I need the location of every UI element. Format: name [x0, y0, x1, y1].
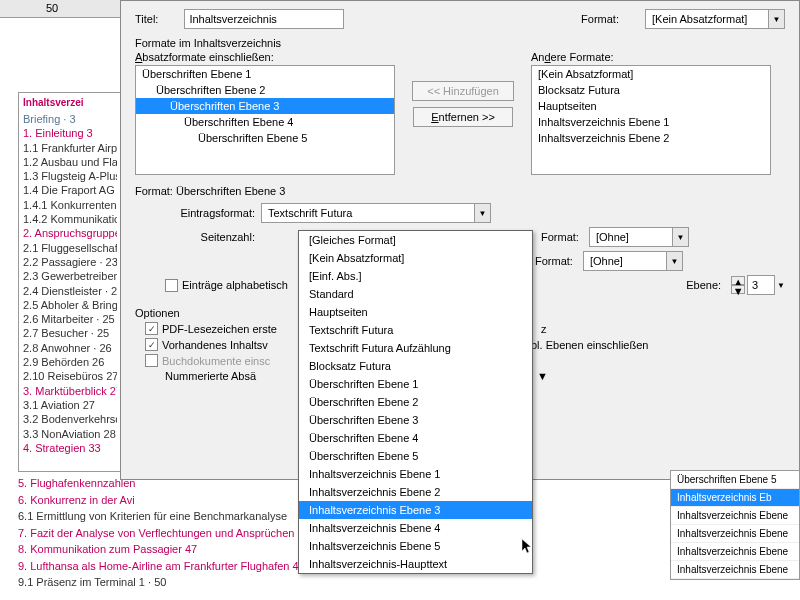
format-label: Format: — [581, 13, 619, 25]
eintragsformat-dropdown-list[interactable]: [Gleiches Format][Kein Absatzformat][Ein… — [298, 230, 533, 574]
vorhanden-label: Vorhandenes Inhaltsv — [162, 339, 268, 351]
preview-line: 1.4 Die Fraport AG Frank — [23, 183, 117, 197]
preview-line: 2. Anspruchsgruppen/St — [23, 226, 117, 240]
paragraph-styles-panel[interactable]: Überschriften Ebene 5Inhaltsverzeichnis … — [670, 470, 800, 580]
preview-line: 2.2 Passagiere · 23 — [23, 255, 117, 269]
style-panel-item[interactable]: Inhaltsverzeichnis Ebene — [671, 543, 799, 561]
nummerierte-label: Nummerierte Absä — [165, 370, 256, 382]
preview-line: 9.1 Präsenz im Terminal 1 · 50 — [18, 574, 379, 591]
style-panel-item[interactable]: Inhaltsverzeichnis Ebene — [671, 561, 799, 579]
andere-listbox[interactable]: [Kein Absatzformat]Blocksatz FuturaHaupt… — [531, 65, 771, 175]
dropdown-option[interactable]: Überschriften Ebene 2 — [299, 393, 532, 411]
dropdown-option[interactable]: Inhaltsverzeichnis Ebene 4 — [299, 519, 532, 537]
list-item[interactable]: [Kein Absatzformat] — [532, 66, 770, 82]
preview-line: Briefing · 3 — [23, 112, 117, 126]
ebene-down-button[interactable]: ▼ — [731, 285, 745, 294]
dropdown-option[interactable]: Inhaltsverzeichnis Ebene 3 — [299, 501, 532, 519]
list-item[interactable]: Inhaltsverzeichnis Ebene 2 — [532, 130, 770, 146]
alpha-label: Einträge alphabetisch — [182, 279, 288, 291]
eintragsformat-dropdown[interactable]: Textschrift Futura ▼ — [261, 203, 491, 223]
preview-line: 1.4.1 Konkurrenten · 8 — [23, 198, 117, 212]
preview-line: 3.2 Bodenverkehrsdienst — [23, 412, 117, 426]
format1-dropdown[interactable]: [Ohne] ▼ — [589, 227, 689, 247]
dropdown-option[interactable]: Blocksatz Futura — [299, 357, 532, 375]
ebene-input[interactable] — [747, 275, 775, 295]
dropdown-option[interactable]: Überschriften Ebene 4 — [299, 429, 532, 447]
dropdown-option[interactable]: Inhaltsverzeichnis Ebene 2 — [299, 483, 532, 501]
z-suffix-label: z — [541, 323, 547, 335]
style-panel-item[interactable]: Inhaltsverzeichnis Eb — [671, 489, 799, 507]
pdf-checkbox[interactable]: ✓ — [145, 322, 158, 335]
list-item[interactable]: Hauptseiten — [532, 98, 770, 114]
list-item[interactable]: Überschriften Ebene 1 — [136, 66, 394, 82]
buch-label: Buchdokumente einsc — [162, 355, 270, 367]
preview-line: 2.5 Abholer & Bringer — [23, 298, 117, 312]
dropdown-option[interactable]: Inhaltsverzeichnis-Haupttext — [299, 555, 532, 573]
chevron-down-icon: ▼ — [672, 228, 688, 246]
absatzformate-label: Absatzformate einschließen: — [135, 51, 395, 63]
format2-label: Format: — [535, 255, 573, 267]
list-item[interactable]: Überschriften Ebene 3 — [136, 98, 394, 114]
preview-line: 2.8 Anwohner · 26 — [23, 341, 117, 355]
list-item[interactable]: Überschriften Ebene 4 — [136, 114, 394, 130]
style-panel-item[interactable]: Inhaltsverzeichnis Ebene — [671, 507, 799, 525]
dropdown-option[interactable]: [Einf. Abs.] — [299, 267, 532, 285]
ruler-mark: 50 — [46, 2, 58, 14]
chevron-down-icon: ▼ — [666, 252, 682, 270]
style-panel-item[interactable]: Überschriften Ebene 5 — [671, 471, 799, 489]
preview-line: 2.6 Mitarbeiter · 25 — [23, 312, 117, 326]
list-item[interactable]: Blocksatz Futura — [532, 82, 770, 98]
dropdown-option[interactable]: Textschrift Futura Aufzählung — [299, 339, 532, 357]
preview-line: 2.3 Gewerbetreibende — [23, 269, 117, 283]
eintragsformat-label: Eintragsformat: — [135, 207, 255, 219]
seitenzahl-label: Seitenzahl: — [135, 231, 255, 243]
preview-line: 2.7 Besucher · 25 — [23, 326, 117, 340]
ebene-label: Ebene: — [686, 279, 721, 291]
titel-input[interactable] — [184, 9, 344, 29]
titel-label: Titel: — [135, 13, 158, 25]
dropdown-option[interactable]: Textschrift Futura — [299, 321, 532, 339]
dropdown-option[interactable]: Überschriften Ebene 3 — [299, 411, 532, 429]
alpha-checkbox[interactable] — [165, 279, 178, 292]
dropdown-option[interactable]: Überschriften Ebene 1 — [299, 375, 532, 393]
format-section-header: Format: Überschriften Ebene 3 — [135, 185, 785, 197]
dropdown-option[interactable]: Inhaltsverzeichnis Ebene 1 — [299, 465, 532, 483]
preview-line: 1. Einleitung 3 — [23, 126, 117, 140]
style-panel-item[interactable]: Inhaltsverzeichnis Ebene — [671, 525, 799, 543]
vorhanden-checkbox[interactable]: ✓ — [145, 338, 158, 351]
add-button[interactable]: << Hinzufügen — [412, 81, 514, 101]
chevron-down-icon[interactable]: ▼ — [777, 281, 785, 290]
preview-line: 3. Marktüberblick 27 — [23, 384, 117, 398]
dropdown-option[interactable]: Überschriften Ebene 5 — [299, 447, 532, 465]
buch-checkbox — [145, 354, 158, 367]
list-item[interactable]: Überschriften Ebene 2 — [136, 82, 394, 98]
dropdown-option[interactable]: Hauptseiten — [299, 303, 532, 321]
preview-line: 1.2 Ausbau und Flatzprob — [23, 155, 117, 169]
preview-line: 3.3 NonAviation 28 — [23, 427, 117, 441]
chevron-down-icon: ▼ — [768, 10, 784, 28]
dropdown-option[interactable]: [Kein Absatzformat] — [299, 249, 532, 267]
list-item[interactable]: Überschriften Ebene 5 — [136, 130, 394, 146]
format2-dropdown[interactable]: [Ohne] ▼ — [583, 251, 683, 271]
list-item[interactable]: Inhaltsverzeichnis Ebene 1 — [532, 114, 770, 130]
format-dropdown[interactable]: [Kein Absatzformat] ▼ — [645, 9, 785, 29]
preview-line: 4. Strategien 33 — [23, 441, 117, 455]
document-preview: Inhaltsverzei Briefing · 31. Einleitung … — [18, 92, 122, 472]
ausgebl-label: bl. Ebenen einschließen — [531, 339, 648, 351]
preview-line: 1.3 Flugsteig A-Plus · 5 — [23, 169, 117, 183]
preview-line: 1.4.2 Kommunikation Fra — [23, 212, 117, 226]
section-formate-im: Formate im Inhaltsverzeichnis — [135, 37, 785, 49]
dropdown-option[interactable]: Standard — [299, 285, 532, 303]
ebene-up-button[interactable]: ▲ — [731, 276, 745, 285]
andere-formate-label: Andere Formate: — [531, 51, 771, 63]
dropdown-option[interactable]: [Gleiches Format] — [299, 231, 532, 249]
preview-title: Inhaltsverzei — [23, 97, 117, 108]
chevron-down-icon[interactable]: ▼ — [537, 370, 548, 382]
preview-line: 2.9 Behörden 26 — [23, 355, 117, 369]
preview-line: 2.10 Reisebüros 27 — [23, 369, 117, 383]
preview-line: 1.1 Frankfurter Airport — [23, 141, 117, 155]
include-listbox[interactable]: Überschriften Ebene 1Überschriften Ebene… — [135, 65, 395, 175]
remove-button[interactable]: Entfernen >> — [413, 107, 513, 127]
dropdown-option[interactable]: Inhaltsverzeichnis Ebene 5 — [299, 537, 532, 555]
format1-label: Format: — [541, 231, 579, 243]
